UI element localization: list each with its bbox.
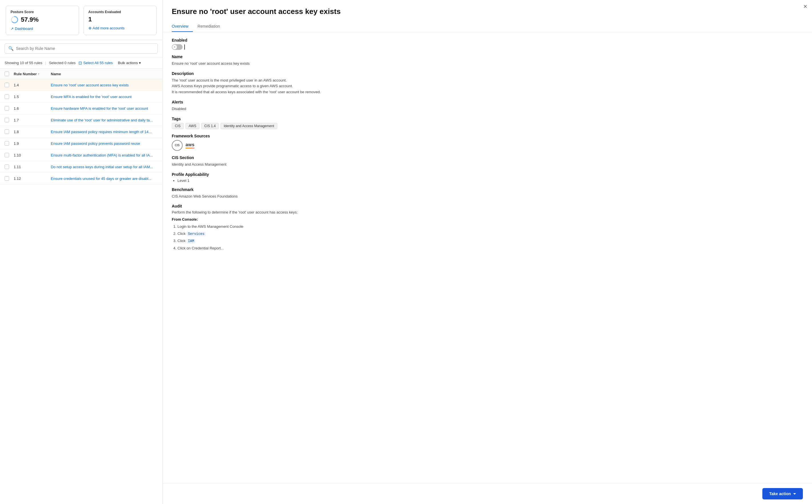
table-row[interactable]: 1.12 Ensure credentials unused for 45 da…	[0, 173, 162, 184]
row-checkbox[interactable]	[5, 176, 9, 181]
accounts-evaluated-value: 1	[88, 16, 92, 23]
dashboard-icon: ↗	[11, 27, 14, 31]
tab-remediation[interactable]: Remediation	[197, 21, 225, 32]
aws-underline	[185, 148, 194, 149]
bulk-actions-button[interactable]: Bulk actions ▾	[115, 60, 143, 66]
tags-row: CIS AWS CIS 1.4 Identity and Access Mana…	[172, 123, 803, 129]
row-rule-number: 1.10	[14, 153, 51, 157]
cis-framework-badge: CIS	[172, 140, 182, 151]
row-checkbox[interactable]	[5, 153, 9, 157]
row-checkbox[interactable]	[5, 94, 9, 99]
take-action-button[interactable]: Take action	[762, 488, 803, 499]
benchmark-value: CIS Amazon Web Services Foundations	[172, 194, 803, 200]
row-rule-number: 1.6	[14, 106, 51, 111]
step-4-text: Click on Credential Report...	[177, 246, 224, 250]
row-checkbox[interactable]	[5, 129, 9, 134]
row-rule-number: 1.12	[14, 176, 51, 181]
list-item: Click Services	[177, 231, 803, 237]
audit-intro: Perform the following to determine if th…	[172, 210, 803, 214]
step-2-code: Services	[186, 232, 206, 236]
posture-score-card: Posture Score 57.9% ↗ Dashboard	[6, 6, 79, 35]
toolbar-divider: |	[45, 61, 46, 65]
row-rule-name: Ensure no 'root' user account access key…	[51, 83, 158, 87]
row-rule-name: Ensure credentials unused for 45 days or…	[51, 176, 158, 181]
row-rule-number: 1.9	[14, 141, 51, 146]
posture-score-value: 57.9%	[21, 16, 38, 23]
row-rule-number: 1.8	[14, 130, 51, 134]
accounts-evaluated-label: Accounts Evaluated	[88, 10, 151, 14]
toolbar-row: Showing 10 of 55 rules | Selected 0 rule…	[0, 57, 162, 69]
description-label: Description	[172, 71, 803, 76]
row-rule-number: 1.11	[14, 165, 51, 169]
detail-title: Ensure no 'root' user account access key…	[172, 7, 803, 17]
enabled-row: ✕	[172, 44, 803, 50]
row-checkbox[interactable]	[5, 118, 9, 122]
posture-score-circle	[11, 16, 19, 24]
step-3-text: Click IAM	[177, 239, 195, 243]
left-panel: Posture Score 57.9% ↗ Dashboard Accounts…	[0, 0, 162, 504]
framework-icons: CIS aws	[172, 140, 803, 151]
from-console-label: From Console:	[172, 217, 803, 221]
tag-iam: Identity and Access Management	[221, 123, 277, 129]
rules-table-body: 1.4 Ensure no 'root' user account access…	[0, 79, 162, 504]
row-rule-number: 1.5	[14, 95, 51, 99]
aws-badge-text: aws	[185, 142, 194, 147]
table-row[interactable]: 1.10 Ensure multi-factor authentication …	[0, 149, 162, 161]
select-all-link[interactable]: ⊡ Select All 55 rules	[78, 60, 113, 66]
table-row[interactable]: 1.11 Do not setup access keys during ini…	[0, 161, 162, 173]
take-action-label: Take action	[769, 491, 791, 496]
detail-header: Ensure no 'root' user account access key…	[162, 0, 812, 32]
header-checkbox-col	[5, 72, 14, 76]
search-bar: 🔍	[0, 40, 162, 57]
list-item: Click on Credential Report...	[177, 245, 803, 251]
table-row[interactable]: 1.5 Ensure MFA is enabled for the 'root'…	[0, 91, 162, 103]
row-rule-name: Ensure IAM password policy prevents pass…	[51, 141, 158, 146]
table-row[interactable]: 1.6 Ensure hardware MFA is enabled for t…	[0, 103, 162, 114]
tag-cis14: CIS 1.4	[201, 123, 219, 129]
step-1-text: Login to the AWS Management Console	[177, 224, 244, 229]
tab-overview[interactable]: Overview	[172, 21, 193, 32]
bottom-action-bar: Take action	[162, 483, 812, 504]
row-checkbox[interactable]	[5, 83, 9, 87]
list-item: Level 1	[177, 178, 803, 183]
row-checkbox-col	[5, 83, 14, 87]
name-value: Ensure no 'root' user account access key…	[172, 61, 803, 67]
search-icon: 🔍	[8, 46, 14, 51]
name-section-label: Name	[172, 54, 803, 59]
profile-applicability-label: Profile Applicability	[172, 172, 803, 177]
row-checkbox[interactable]	[5, 164, 9, 169]
toggle-knob: ✕	[172, 45, 177, 49]
framework-sources-label: Framework Sources	[172, 134, 803, 138]
sort-icon: ↑	[38, 72, 40, 76]
rule-number-col-header[interactable]: Rule Number ↑	[14, 72, 51, 76]
search-input[interactable]	[16, 46, 154, 51]
name-col-header: Name	[51, 72, 158, 76]
cis-section-value: Identity and Access Management	[172, 162, 803, 168]
dashboard-link[interactable]: ↗ Dashboard	[11, 27, 73, 31]
select-all-checkbox[interactable]	[5, 72, 9, 76]
tag-cis: CIS	[172, 123, 184, 129]
step-2-text: Click Services	[177, 231, 206, 236]
showing-text: Showing 10 of 55 rules	[5, 61, 42, 65]
search-input-wrap[interactable]: 🔍	[5, 43, 158, 54]
add-accounts-icon: ⊕	[88, 26, 92, 30]
selected-text: Selected 0 rules	[49, 61, 76, 65]
row-checkbox[interactable]	[5, 106, 9, 111]
add-more-accounts-link[interactable]: ⊕ Add more accounts	[88, 26, 151, 30]
accounts-evaluated-card: Accounts Evaluated 1 ⊕ Add more accounts	[84, 6, 157, 35]
table-row[interactable]: 1.7 Eliminate use of the 'root' user for…	[0, 114, 162, 126]
row-rule-number: 1.7	[14, 118, 51, 122]
enabled-toggle[interactable]: ✕	[172, 44, 182, 50]
close-icon[interactable]: ✕	[803, 3, 807, 10]
audit-label: Audit	[172, 204, 803, 208]
row-checkbox[interactable]	[5, 141, 9, 146]
detail-tabs: Overview Remediation	[172, 21, 803, 32]
table-row[interactable]: 1.9 Ensure IAM password policy prevents …	[0, 138, 162, 149]
row-rule-name: Ensure multi-factor authentication (MFA)…	[51, 153, 158, 157]
table-row[interactable]: 1.8 Ensure IAM password policy requires …	[0, 126, 162, 138]
bulk-actions-chevron-icon: ▾	[139, 61, 141, 65]
select-all-icon: ⊡	[78, 60, 82, 66]
tags-label: Tags	[172, 117, 803, 121]
table-row[interactable]: 1.4 Ensure no 'root' user account access…	[0, 79, 162, 91]
cis-section-label: CIS Section	[172, 155, 803, 160]
